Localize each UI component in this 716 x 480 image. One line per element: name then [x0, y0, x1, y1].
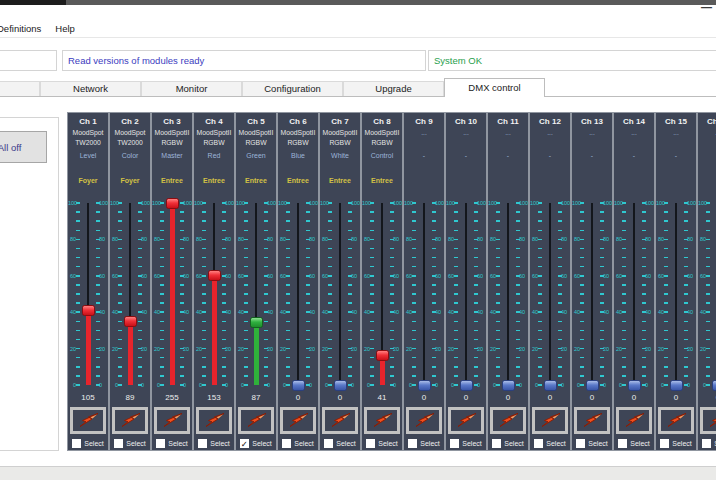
select-checkbox[interactable]	[492, 439, 501, 448]
select-checkbox[interactable]	[72, 439, 81, 448]
scale-tick	[496, 339, 500, 341]
flash-button[interactable]	[574, 407, 610, 434]
channel-fader[interactable]: 002020404060608080100100	[404, 187, 444, 387]
channel-fader[interactable]: 002020404060608080100100	[68, 187, 108, 387]
scale-tick	[516, 339, 520, 341]
select-checkbox[interactable]	[282, 439, 291, 448]
select-checkbox[interactable]	[408, 439, 417, 448]
menu-item-help[interactable]: Help	[48, 21, 82, 37]
scale-tick	[264, 339, 268, 341]
scale-tick	[664, 284, 668, 286]
channel-fader[interactable]: 002020404060608080100100	[152, 187, 192, 387]
fader-thumb[interactable]	[376, 350, 389, 361]
channel-fader[interactable]: 002020404060608080100100	[278, 187, 318, 387]
flash-button[interactable]	[280, 407, 316, 434]
minimize-button[interactable]: —	[701, 1, 712, 13]
scale-tick	[160, 384, 164, 386]
tab-configuration[interactable]: Configuration	[242, 81, 343, 96]
select-checkbox[interactable]	[702, 439, 711, 448]
fader-thumb[interactable]	[166, 198, 179, 209]
flash-button[interactable]	[70, 407, 106, 434]
fader-thumb[interactable]	[460, 380, 473, 391]
channel-fader[interactable]: 002020404060608080100100	[194, 187, 234, 387]
channel-fader[interactable]: 002020404060608080100100	[572, 187, 612, 387]
tab-monitor[interactable]: Monitor	[141, 81, 242, 96]
scale-tick	[118, 311, 122, 313]
fader-thumb[interactable]	[628, 380, 641, 391]
select-row: Select	[110, 439, 150, 448]
channel-fader[interactable]: 002020404060608080100100	[698, 187, 716, 387]
fader-thumb[interactable]	[502, 380, 515, 391]
flash-button[interactable]	[322, 407, 358, 434]
flash-button[interactable]	[196, 407, 232, 434]
tab-upgrade[interactable]: Upgrade	[343, 81, 444, 96]
menu-item-definitions[interactable]: Definitions	[0, 21, 48, 37]
scale-tick	[580, 357, 584, 359]
flash-button[interactable]	[448, 407, 484, 434]
select-checkbox[interactable]	[660, 439, 669, 448]
select-row: Select	[362, 439, 402, 448]
flash-button[interactable]	[238, 407, 274, 434]
fader-thumb[interactable]	[418, 380, 431, 391]
select-checkbox[interactable]	[198, 439, 207, 448]
flash-button[interactable]	[406, 407, 442, 434]
channel-fader[interactable]: 002020404060608080100100	[110, 187, 150, 387]
channel-fader[interactable]: 002020404060608080100100	[530, 187, 570, 387]
scale-tick-label: 100	[530, 200, 538, 206]
select-checkbox[interactable]	[156, 439, 165, 448]
flash-button[interactable]	[700, 407, 716, 434]
flash-button[interactable]	[532, 407, 568, 434]
select-checkbox[interactable]	[324, 439, 333, 448]
select-row: Select	[194, 439, 234, 448]
tab-ation[interactable]: ation	[0, 81, 40, 96]
flash-button[interactable]	[490, 407, 526, 434]
scale-tick	[76, 239, 80, 241]
select-checkbox[interactable]	[240, 439, 249, 448]
fader-thumb[interactable]	[712, 380, 716, 391]
scale-tick	[96, 211, 100, 213]
tab-dmx-control[interactable]: DMX control	[444, 78, 545, 97]
channel-fader[interactable]: 002020404060608080100100	[488, 187, 528, 387]
scale-tick	[180, 220, 184, 222]
scale-tick	[622, 275, 626, 277]
flash-button[interactable]	[112, 407, 148, 434]
select-checkbox[interactable]	[618, 439, 627, 448]
select-checkbox[interactable]	[114, 439, 123, 448]
scale-tick	[558, 220, 562, 222]
scale-tick	[600, 284, 604, 286]
channel-fader[interactable]: 002020404060608080100100	[320, 187, 360, 387]
tab-network[interactable]: Network	[40, 81, 141, 96]
flash-button[interactable]	[616, 407, 652, 434]
scale-tick	[76, 366, 80, 368]
select-checkbox[interactable]	[576, 439, 585, 448]
fader-thumb[interactable]	[208, 270, 221, 281]
select-checkbox[interactable]	[534, 439, 543, 448]
fader-thumb[interactable]	[292, 380, 305, 391]
all-off-button[interactable]: All off	[0, 131, 47, 163]
channel-fader[interactable]: 002020404060608080100100	[236, 187, 276, 387]
channel-fader[interactable]: 002020404060608080100100	[614, 187, 654, 387]
flash-icon	[370, 413, 394, 428]
select-checkbox[interactable]	[366, 439, 375, 448]
fader-thumb[interactable]	[334, 380, 347, 391]
fader-thumb[interactable]	[124, 316, 137, 327]
scale-tick	[202, 266, 206, 268]
fader-thumb[interactable]	[670, 380, 683, 391]
scale-tick-label: 40	[183, 309, 192, 315]
fader-thumb[interactable]	[586, 380, 599, 391]
channel-fader[interactable]: 002020404060608080100100	[446, 187, 486, 387]
select-label: Select	[294, 440, 313, 447]
scale-tick	[684, 266, 688, 268]
fader-thumb[interactable]	[250, 317, 263, 328]
select-checkbox[interactable]	[450, 439, 459, 448]
flash-button[interactable]	[154, 407, 190, 434]
scale-tick-label: 20	[603, 346, 612, 352]
flash-button[interactable]	[364, 407, 400, 434]
fader-fill	[128, 321, 133, 385]
channel-fader[interactable]: 002020404060608080100100	[362, 187, 402, 387]
fader-thumb[interactable]	[544, 380, 557, 391]
channel-fader[interactable]: 002020404060608080100100	[656, 187, 696, 387]
scale-tick	[118, 230, 122, 232]
flash-button[interactable]	[658, 407, 694, 434]
fader-thumb[interactable]	[82, 305, 95, 316]
